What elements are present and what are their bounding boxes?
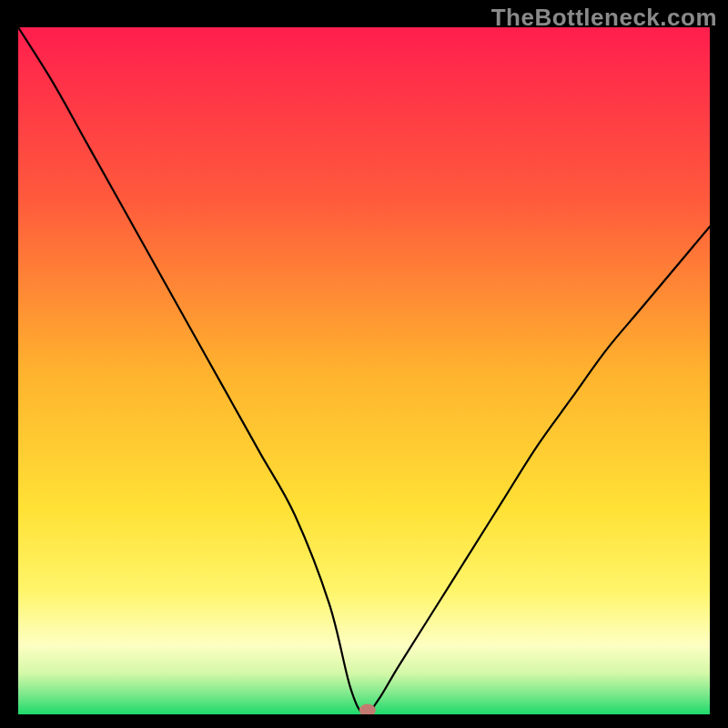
- plot-area: [18, 27, 710, 714]
- watermark-text: TheBottleneck.com: [491, 4, 717, 32]
- chart-svg: [18, 27, 710, 714]
- gradient-background: [18, 27, 710, 714]
- chart-frame: TheBottleneck.com: [0, 0, 728, 728]
